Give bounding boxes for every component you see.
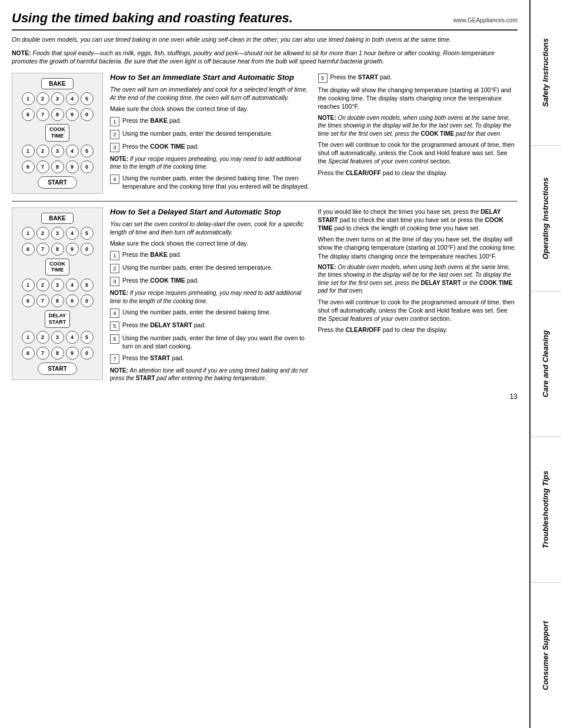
right-col-section2: If you would like to check the times you… <box>318 207 518 385</box>
step2-5: 5 Press the DELAY START pad. <box>110 321 310 331</box>
step2-1: 1 Press the BAKE pad. <box>110 250 310 260</box>
start-key-1[interactable]: START <box>38 176 77 189</box>
num-row-1b: 6 7 8 9 0 <box>22 108 94 121</box>
delay-start-key[interactable]: DELAYSTART <box>45 310 71 328</box>
step2-7: 7 Press the START pad. <box>110 354 310 364</box>
section1-oven-desc: The oven will turn on immediately and co… <box>110 85 310 102</box>
note-preheating-1: NOTE: If your recipe requires preheating… <box>110 155 310 171</box>
left-col-section2: How to Set a Delayed Start and Automatic… <box>110 207 310 385</box>
section2-oven-desc: You can set the oven control to delay-st… <box>110 220 310 236</box>
num-key-2[interactable]: 2 <box>36 92 49 105</box>
section1-display-text: The display will show the changing tempe… <box>318 86 518 111</box>
section1: BAKE 1 2 3 4 5 6 7 8 9 0 COOKTIME 1 <box>12 73 517 194</box>
num-row-2c: 1 2 3 4 5 <box>22 279 94 291</box>
num-key-9[interactable]: 9 <box>66 108 79 121</box>
sidebar-consumer: Consumer Support <box>531 583 561 728</box>
step1-2: 2 Using the number pads, enter the desir… <box>110 129 310 139</box>
instructions-section2: How to Set a Delayed Start and Automatic… <box>110 207 517 385</box>
section1-make-sure: Make sure the clock shows the correct ti… <box>110 105 310 113</box>
main-content: Using the timed baking and roasting feat… <box>0 0 530 728</box>
num-row-1a: 1 2 3 4 5 <box>22 92 94 105</box>
start-key-2[interactable]: START <box>38 363 77 375</box>
section2: BAKE 1 2 3 4 5 6 7 8 9 0 COOKTIME 1 <box>12 207 517 385</box>
section1-continue-text: The oven will continue to cook for the p… <box>318 140 518 166</box>
section1-clear-text: Press the CLEAR/OFF pad to clear the dis… <box>318 169 518 177</box>
left-col-section1: How to Set an Immediate Start and Automa… <box>110 73 310 194</box>
section2-continue-text: The oven will continue to cook for the p… <box>318 298 518 323</box>
section2-heading: How to Set a Delayed Start and Automatic… <box>110 207 310 216</box>
section1-heading: How to Set an Immediate Start and Automa… <box>110 73 310 82</box>
section2-check-times: If you would like to check the times you… <box>318 207 518 233</box>
num-key-8[interactable]: 8 <box>51 108 64 121</box>
page-header: Using the timed baking and roasting feat… <box>12 11 517 31</box>
step2-3: 3 Press the COOK TIME pad. <box>110 276 310 286</box>
bake-key-2[interactable]: BAKE <box>41 213 74 224</box>
section2-clear-text: Press the CLEAR/OFF pad to clear the dis… <box>318 326 518 334</box>
step1-4: 4 Using the number pads, enter the desir… <box>110 174 310 190</box>
keypad-section2: BAKE 1 2 3 4 5 6 7 8 9 0 COOKTIME 1 <box>12 207 103 385</box>
step2-4: 4 Using the number pads, enter the desir… <box>110 308 310 318</box>
step2-2: 2 Using the number pads, enter the desir… <box>110 263 310 273</box>
keypad2: BAKE 1 2 3 4 5 6 7 8 9 0 COOKTIME 1 <box>12 207 103 380</box>
sidebar-label-operating: Operating Instructions <box>541 177 551 259</box>
sidebar-operating: Operating Instructions <box>531 146 561 291</box>
sidebar-label-safety: Safety Instructions <box>541 38 551 107</box>
bake-key-1[interactable]: BAKE <box>41 78 74 89</box>
note-paragraph: NOTE: Foods that spoil easily—such as mi… <box>12 49 517 66</box>
num-key-7[interactable]: 7 <box>36 108 49 121</box>
num-row-1c: 1 2 3 4 5 <box>22 145 94 157</box>
note-preheating-2: NOTE: If your recipe requires preheating… <box>110 289 310 305</box>
num-row-2f: 6 7 8 9 0 <box>22 347 94 360</box>
note-double-1: NOTE: On double oven models, when using … <box>318 114 518 138</box>
num-key-5[interactable]: 5 <box>81 92 94 105</box>
sidebar-label-troubleshooting: Troubleshooting Tips <box>541 471 551 548</box>
section2-when-turns: When the oven turns on at the time of da… <box>318 235 518 260</box>
sidebar: Safety Instructions Operating Instructio… <box>530 0 561 728</box>
num-row-1d: 6 7 8 9 0 <box>22 160 94 173</box>
page-title: Using the timed baking and roasting feat… <box>12 11 293 26</box>
section-divider <box>12 201 517 202</box>
note-attention: NOTE: An attention tone will sound if yo… <box>110 367 310 383</box>
step1-3: 3 Press the COOK TIME pad. <box>110 142 310 152</box>
sidebar-label-care: Care and Cleaning <box>541 330 551 397</box>
step2-6: 6 Using the number pads, enter the time … <box>110 334 310 350</box>
intro-paragraph: On double oven models, you can use timed… <box>12 35 517 44</box>
num-key-4[interactable]: 4 <box>66 92 79 105</box>
num-row-2a: 1 2 3 4 5 <box>22 227 94 240</box>
num-key-0[interactable]: 0 <box>81 108 94 121</box>
keypad-section1: BAKE 1 2 3 4 5 6 7 8 9 0 COOKTIME 1 <box>12 73 103 194</box>
num-key-6[interactable]: 6 <box>22 108 35 121</box>
step1-5: 5 Press the START pad. <box>318 73 518 83</box>
sidebar-safety: Safety Instructions <box>531 0 561 146</box>
note-double-2: NOTE: On double oven models, when using … <box>318 263 518 295</box>
website-url: www.GEAppliances.com <box>453 17 517 24</box>
num-key-1[interactable]: 1 <box>22 92 35 105</box>
section2-make-sure: Make sure the clock shows the correct ti… <box>110 239 310 247</box>
note-label: NOTE: <box>12 49 31 56</box>
sidebar-care: Care and Cleaning <box>531 291 561 437</box>
step1-1: 1 Press the BAKE pad. <box>110 116 310 126</box>
num-row-2d: 6 7 8 9 0 <box>22 294 94 307</box>
sidebar-label-consumer: Consumer Support <box>541 621 551 690</box>
sidebar-troubleshooting: Troubleshooting Tips <box>531 437 561 583</box>
page-number: 13 <box>12 392 517 401</box>
num-row-2e: 1 2 3 4 5 <box>22 331 94 344</box>
instructions-section1: How to Set an Immediate Start and Automa… <box>110 73 517 194</box>
cook-time-key-2[interactable]: COOKTIME <box>45 259 69 276</box>
right-col-section1: 5 Press the START pad. The display will … <box>318 73 518 194</box>
keypad1: BAKE 1 2 3 4 5 6 7 8 9 0 COOKTIME 1 <box>12 73 103 194</box>
num-row-2b: 6 7 8 9 0 <box>22 243 94 256</box>
cook-time-key-1[interactable]: COOKTIME <box>45 124 69 142</box>
num-key-3[interactable]: 3 <box>51 92 64 105</box>
